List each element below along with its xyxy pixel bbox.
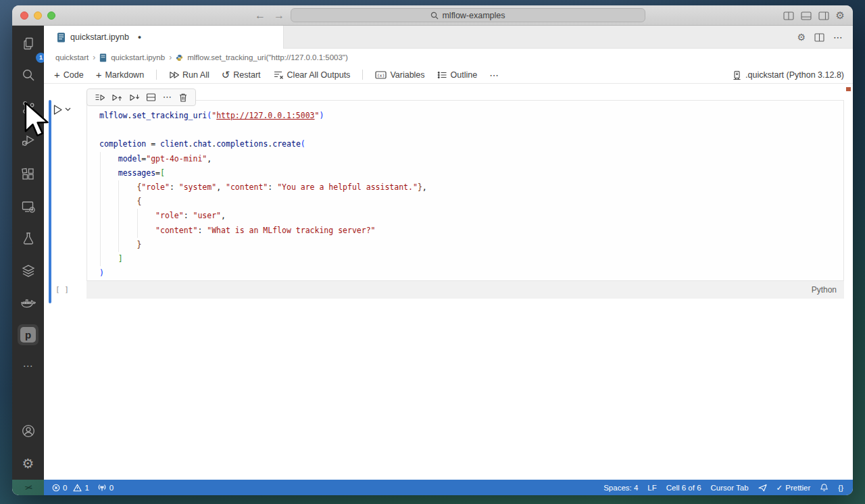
add-code-label: Code — [64, 70, 84, 80]
add-code-cell-button[interactable]: + Code — [54, 70, 84, 80]
sidebar-item-run-debug[interactable] — [20, 131, 36, 148]
sidebar-item-search[interactable] — [20, 66, 36, 83]
check-icon: ✓ — [776, 483, 783, 493]
p-extension-icon: p — [20, 327, 36, 343]
variables-label: Variables — [390, 70, 424, 80]
formatter-label: Prettier — [785, 484, 810, 492]
sidebar-item-explorer[interactable]: 1 — [20, 35, 36, 52]
kernel-label: .quickstart (Python 3.12.8) — [745, 70, 844, 80]
toolbar-divider — [156, 70, 157, 80]
paper-plane-icon[interactable] — [758, 484, 767, 492]
broadcast-icon — [97, 483, 107, 492]
breadcrumb-file[interactable]: quickstart.ipynb — [111, 53, 165, 61]
code-content[interactable]: mlflow.set_tracking_uri("http://127.0.0.… — [99, 109, 427, 280]
settings-gear-button[interactable]: ⚙ — [20, 455, 36, 472]
restart-label: Restart — [233, 70, 260, 80]
outline-button[interactable]: Outline — [437, 70, 478, 80]
run-all-button[interactable]: Run All — [169, 70, 209, 80]
close-window-button[interactable] — [20, 11, 28, 20]
tab-label: quickstart.ipynb — [70, 32, 129, 42]
ports-count: 0 — [109, 484, 114, 492]
toggle-panel-icon[interactable] — [801, 11, 812, 20]
window-title-search[interactable]: mlflow-examples — [291, 8, 645, 22]
run-cell-button[interactable] — [53, 103, 77, 116]
add-markdown-cell-button[interactable]: + Markdown — [96, 70, 144, 80]
eol-indicator[interactable]: LF — [647, 484, 656, 492]
restart-button[interactable]: ↺ Restart — [222, 70, 261, 80]
sidebar-item-docker[interactable] — [20, 295, 36, 311]
chevron-right-icon: › — [93, 53, 95, 62]
gear-icon: ⚙ — [22, 455, 34, 472]
cell-language-picker[interactable]: Python — [812, 285, 837, 295]
app-window: ← → mlflow-examples ⚙ 1 — [12, 5, 853, 495]
plus-icon: + — [54, 70, 60, 80]
ports-indicator[interactable]: 0 — [97, 483, 114, 492]
account-button[interactable] — [20, 422, 36, 439]
python-icon — [176, 54, 183, 61]
files-icon — [21, 36, 36, 51]
delete-cell-icon[interactable] — [178, 93, 188, 103]
cell-more-actions-icon[interactable]: ⋯ — [163, 94, 172, 101]
run-cells-above-icon[interactable] — [112, 93, 122, 103]
beaker-icon — [21, 231, 36, 246]
overview-ruler-warning-marker — [846, 87, 851, 91]
breadcrumb-symbol[interactable]: mlflow.set_tracking_uri("http://127.0.0.… — [187, 53, 348, 61]
activity-bar: 1 p ⋯ ⚙ — [12, 26, 44, 480]
account-icon — [21, 424, 36, 438]
sidebar-item-extensions[interactable] — [20, 166, 36, 182]
breadcrumb-folder[interactable]: quickstart — [55, 53, 89, 61]
outline-icon — [437, 70, 447, 80]
run-cells-below-icon[interactable] — [129, 93, 140, 103]
chevron-right-icon: › — [169, 53, 172, 62]
split-cell-icon[interactable] — [146, 93, 156, 102]
sidebar-item-testing[interactable] — [20, 230, 36, 247]
cell-focus-indicator — [49, 100, 51, 303]
modified-dot-icon[interactable]: ● — [138, 34, 141, 41]
clear-all-outputs-button[interactable]: Clear All Outputs — [273, 70, 351, 80]
tab-quickstart-ipynb[interactable]: quickstart.ipynb ● — [44, 26, 284, 49]
sidebar-item-remote-explorer[interactable] — [20, 198, 36, 215]
variables-button[interactable]: (x) Variables — [375, 70, 424, 80]
execute-cells-icon[interactable] — [95, 93, 105, 103]
sidebar-item-source-control[interactable] — [20, 99, 36, 116]
execution-count: [ ] — [55, 281, 82, 299]
problems-indicator[interactable]: 0 1 — [52, 484, 89, 492]
cursor-tab-indicator[interactable]: Cursor Tab — [711, 484, 749, 492]
variables-icon: (x) — [375, 70, 387, 80]
toggle-secondary-sidebar-icon[interactable] — [818, 11, 829, 20]
cell-position-indicator[interactable]: Cell 6 of 6 — [666, 484, 701, 492]
warning-icon — [73, 484, 82, 492]
indentation-indicator[interactable]: Spaces: 4 — [603, 484, 638, 492]
kernel-icon — [733, 70, 741, 80]
back-button[interactable]: ← — [253, 8, 268, 23]
sidebar-item-layers[interactable] — [20, 262, 36, 279]
run-all-label: Run All — [182, 70, 209, 80]
run-all-icon — [169, 70, 179, 80]
restart-icon: ↺ — [222, 70, 230, 80]
plus-icon: + — [96, 70, 102, 80]
minimize-window-button[interactable] — [34, 11, 42, 20]
outline-label: Outline — [451, 70, 478, 80]
tab-gear-icon[interactable]: ⚙ — [797, 31, 806, 43]
editor-actions-more-icon[interactable]: ⋯ — [833, 32, 843, 43]
bell-icon[interactable] — [820, 483, 829, 492]
search-icon — [21, 68, 36, 82]
additional-views-ellipsis-icon[interactable]: ⋯ — [12, 360, 44, 372]
status-bar: 0 1 0 Spaces: 4 LF Cell 6 of 6 Cursor Ta… — [44, 480, 853, 495]
toolbar-more-icon[interactable]: ⋯ — [489, 70, 499, 80]
clear-outputs-icon — [273, 70, 284, 80]
remote-indicator[interactable]: >< — [12, 480, 44, 495]
kernel-picker[interactable]: .quickstart (Python 3.12.8) — [733, 66, 844, 84]
formatter-indicator[interactable]: ✓ Prettier — [776, 483, 811, 493]
breadcrumb: quickstart › quickstart.ipynb › mlflow.s… — [44, 49, 853, 66]
split-editor-icon[interactable] — [814, 33, 824, 42]
titlebar-settings-gear-icon[interactable]: ⚙ — [836, 9, 845, 22]
brackets-indicator[interactable]: {} — [838, 484, 843, 492]
remote-icon: >< — [24, 483, 32, 491]
sidebar-item-p-extension[interactable]: p — [18, 324, 39, 345]
zoom-window-button[interactable] — [47, 11, 55, 20]
error-icon — [52, 484, 60, 492]
toggle-primary-sidebar-icon[interactable] — [783, 11, 794, 20]
forward-button[interactable]: → — [272, 8, 287, 23]
cell-language-bar: Python — [86, 281, 844, 299]
